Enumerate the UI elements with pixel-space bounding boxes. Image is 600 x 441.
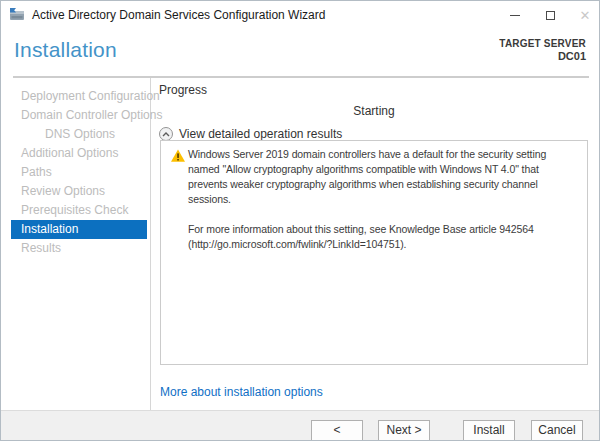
main-content: Progress Starting View detailed operatio…: [159, 83, 589, 141]
sidebar-item-domain-controller-options[interactable]: Domain Controller Options: [1, 106, 150, 125]
maximize-icon[interactable]: [534, 1, 566, 29]
wizard-window: Active Directory Domain Services Configu…: [0, 0, 600, 441]
previous-button[interactable]: < Previous: [311, 420, 363, 441]
warning-paragraph-2: For more information about this setting,…: [188, 222, 580, 252]
sidebar-item-installation[interactable]: Installation: [11, 220, 147, 239]
window-title: Active Directory Domain Services Configu…: [32, 8, 325, 22]
cancel-button[interactable]: Cancel: [531, 420, 583, 441]
view-detailed-results-expander[interactable]: View detailed operation results: [159, 127, 589, 141]
title-bar: Active Directory Domain Services Configu…: [1, 1, 599, 29]
operation-results-box: Windows Server 2019 domain controllers h…: [160, 140, 588, 365]
sidebar-item-additional-options[interactable]: Additional Options: [1, 144, 150, 163]
sidebar-item-prerequisites-check[interactable]: Prerequisites Check: [1, 201, 150, 220]
sidebar-item-review-options[interactable]: Review Options: [1, 182, 150, 201]
expander-label: View detailed operation results: [179, 127, 342, 141]
warning-paragraph-1: Windows Server 2019 domain controllers h…: [188, 147, 580, 207]
target-server-block: TARGET SERVER DC01: [499, 38, 586, 62]
next-button[interactable]: Next >: [378, 420, 430, 441]
sidebar-item-dns-options[interactable]: DNS Options: [1, 125, 150, 144]
wizard-step-list: Deployment Configuration Domain Controll…: [1, 78, 151, 410]
target-server-label: TARGET SERVER: [499, 38, 586, 49]
server-manager-icon: [9, 7, 25, 23]
more-about-installation-options-link[interactable]: More about installation options: [160, 385, 323, 399]
sidebar-item-paths[interactable]: Paths: [1, 163, 150, 182]
progress-heading: Progress: [159, 83, 589, 97]
target-server-value: DC01: [499, 50, 586, 62]
sidebar-item-results[interactable]: Results: [1, 239, 150, 258]
chevron-up-icon[interactable]: [159, 127, 173, 141]
warning-message: Windows Server 2019 domain controllers h…: [188, 147, 580, 252]
sidebar-item-deployment-configuration[interactable]: Deployment Configuration: [1, 87, 150, 106]
install-button[interactable]: Install: [463, 420, 515, 441]
minimize-icon[interactable]: [499, 1, 531, 29]
page-title: Installation: [14, 38, 117, 62]
warning-triangle-icon: [171, 148, 185, 161]
progress-status-text: Starting: [159, 104, 589, 118]
close-icon[interactable]: ✕: [569, 1, 600, 29]
footer-bar: < Previous Next > Install Cancel: [1, 410, 599, 441]
